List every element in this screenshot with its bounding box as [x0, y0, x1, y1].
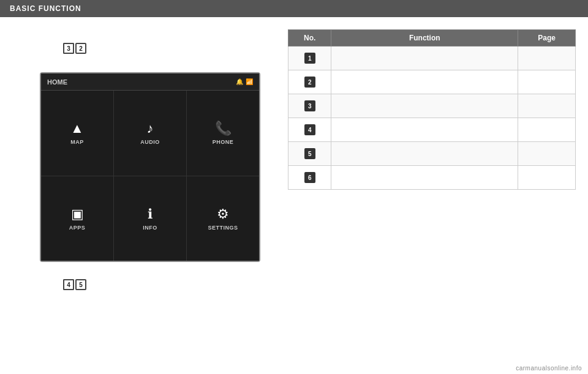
row-function [331, 166, 518, 190]
apps-button[interactable]: ▣ APPS [41, 176, 113, 261]
row-page [518, 70, 576, 94]
info-label: INFO [143, 225, 157, 231]
main-content: 1 2 3 HOME 🔔📶 ▲ MAP [0, 17, 588, 374]
car-screen: HOME 🔔📶 ▲ MAP ♪ AUDIO [40, 72, 260, 262]
screen-header: HOME 🔔📶 [41, 73, 259, 91]
audio-label: AUDIO [140, 139, 160, 145]
settings-label: SETTINGS [208, 225, 238, 231]
row-function [331, 142, 518, 166]
phone-icon: 📞 [215, 121, 232, 137]
map-label: MAP [70, 139, 84, 145]
audio-button[interactable]: ♪ AUDIO [114, 91, 186, 176]
table-row: 2 [288, 70, 576, 94]
number-badge: 4 [304, 124, 315, 135]
map-icon: ▲ [70, 121, 84, 137]
number-badge: 6 [304, 172, 315, 183]
table-row: 6 [288, 166, 576, 190]
top-bar: BASIC FUNCTION [0, 0, 588, 17]
phone-button[interactable]: 📞 PHONE [187, 91, 259, 176]
settings-icon: ⚙ [217, 206, 229, 222]
apps-icon: ▣ [71, 206, 84, 222]
callout-2: 2 [75, 43, 86, 54]
table-row: 1 [288, 47, 576, 70]
col-header-page: Page [518, 30, 576, 47]
row-page [518, 142, 576, 166]
phone-label: PHONE [213, 139, 234, 145]
row-no: 5 [288, 142, 331, 166]
row-function [331, 118, 518, 142]
function-table: No. Function Page 123456 [288, 29, 576, 190]
page-title: BASIC FUNCTION [10, 4, 81, 13]
map-button[interactable]: ▲ MAP [41, 91, 113, 176]
row-function [331, 94, 518, 118]
table-row: 4 [288, 118, 576, 142]
row-no: 3 [288, 94, 331, 118]
callout-3: 3 [63, 43, 74, 54]
row-function [331, 70, 518, 94]
right-panel: No. Function Page 123456 [282, 17, 588, 374]
status-icons: 🔔📶 [236, 78, 253, 85]
number-badge: 5 [304, 148, 315, 159]
number-badge: 1 [304, 53, 315, 64]
home-label: HOME [47, 78, 67, 86]
col-header-function: Function [331, 30, 518, 47]
col-header-no: No. [288, 30, 331, 47]
row-page [518, 47, 576, 70]
number-badge: 3 [304, 100, 315, 111]
row-no: 6 [288, 166, 331, 190]
settings-button[interactable]: ⚙ SETTINGS [187, 176, 259, 261]
callout-5: 5 [75, 279, 86, 290]
row-function [331, 47, 518, 70]
row-page [518, 94, 576, 118]
info-button[interactable]: ℹ INFO [114, 176, 186, 261]
number-badge: 2 [304, 77, 315, 88]
info-icon: ℹ [148, 206, 153, 222]
row-page [518, 166, 576, 190]
apps-label: APPS [69, 225, 86, 231]
callout-4: 4 [63, 279, 74, 290]
table-row: 3 [288, 94, 576, 118]
audio-icon: ♪ [147, 121, 154, 137]
watermark: carmanualsonline.info [516, 365, 582, 372]
screen-grid: ▲ MAP ♪ AUDIO 📞 PHONE ▣ APPS [41, 91, 259, 261]
row-no: 1 [288, 47, 331, 70]
row-page [518, 118, 576, 142]
row-no: 2 [288, 70, 331, 94]
row-no: 4 [288, 118, 331, 142]
diagram-wrapper: 1 2 3 HOME 🔔📶 ▲ MAP [40, 60, 260, 262]
left-panel: 1 2 3 HOME 🔔📶 ▲ MAP [0, 17, 282, 374]
table-row: 5 [288, 142, 576, 166]
